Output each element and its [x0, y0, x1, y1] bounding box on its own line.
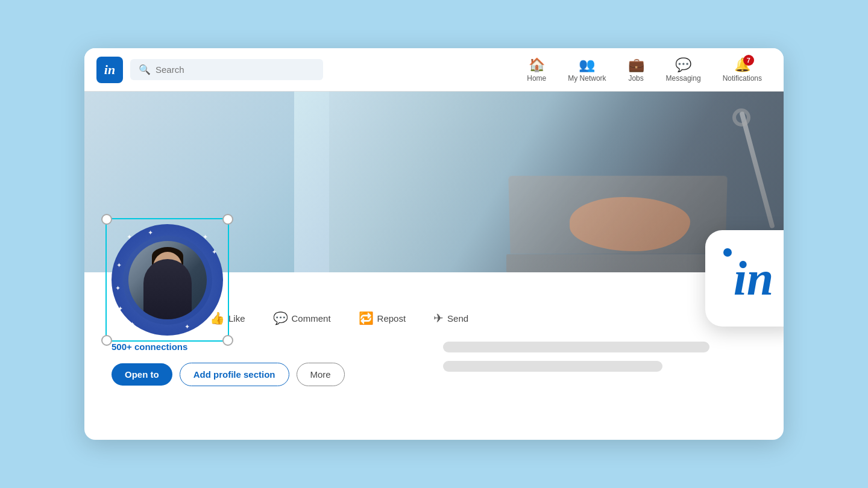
handle-bottom-left[interactable]	[101, 335, 112, 346]
linkedin-big-text: in	[734, 254, 774, 302]
nav-jobs-label: Jobs	[628, 74, 643, 83]
comment-icon: 💬	[273, 311, 288, 325]
profile-avatar-container[interactable]: ✦ ✦ ✦ ✦ ✦ ✦ ✦ ✦ ✦ ✦	[112, 224, 223, 336]
handle-top-right[interactable]	[222, 214, 233, 225]
search-icon: 🔍	[139, 64, 151, 75]
selection-box	[105, 218, 229, 342]
home-icon: 🏠	[529, 57, 545, 73]
send-label: Send	[447, 313, 468, 324]
linkedin-big-logo: in	[705, 230, 784, 327]
search-bar-container[interactable]: 🔍	[130, 59, 323, 80]
nav-notifications[interactable]: 🔔 7 Notifications	[713, 54, 772, 86]
connections-count: 500+ connections	[112, 342, 756, 352]
messaging-icon: 💬	[675, 57, 691, 73]
repost-icon: 🔁	[359, 311, 374, 325]
notifications-icon: 🔔 7	[734, 57, 750, 73]
like-label: Like	[228, 313, 245, 324]
repost-button[interactable]: 🔁 Repost	[354, 307, 411, 329]
search-input[interactable]	[156, 64, 315, 75]
comment-label: Comment	[292, 313, 331, 324]
repost-label: Repost	[377, 313, 406, 324]
nav-home[interactable]: 🏠 Home	[517, 54, 556, 86]
nav-my-network-label: My Network	[568, 74, 606, 83]
profile-area: ✦ ✦ ✦ ✦ ✦ ✦ ✦ ✦ ✦ ✦	[84, 92, 784, 440]
nav-jobs[interactable]: 💼 Jobs	[618, 54, 654, 86]
nav-my-network[interactable]: 👥 My Network	[558, 54, 615, 86]
send-icon: ✈	[433, 311, 444, 325]
navbar: in 🔍 🏠 Home 👥 My Network 💼 Jobs 💬 Messag…	[84, 48, 784, 92]
comment-button[interactable]: 💬 Comment	[268, 307, 336, 329]
add-profile-section-button[interactable]: Add profile section	[180, 363, 289, 386]
browser-card: in 🔍 🏠 Home 👥 My Network 💼 Jobs 💬 Messag…	[84, 48, 784, 440]
nav-notifications-label: Notifications	[723, 74, 762, 83]
send-button[interactable]: ✈ Send	[429, 307, 473, 329]
nav-messaging-label: Messaging	[666, 74, 701, 83]
handle-top-left[interactable]	[101, 214, 112, 225]
linkedin-logo[interactable]: in	[96, 57, 123, 83]
bottom-section: 500+ connections Open to Add profile sec…	[112, 342, 756, 386]
jobs-icon: 💼	[628, 57, 644, 73]
action-bar: 👍 Like 💬 Comment 🔁 Repost ✈ Send	[205, 307, 473, 329]
handle-bottom-right[interactable]	[222, 335, 233, 346]
open-to-button[interactable]: Open to	[112, 363, 172, 386]
my-network-icon: 👥	[579, 57, 595, 73]
linkedin-logo-dot	[723, 248, 732, 257]
nav-messaging[interactable]: 💬 Messaging	[656, 54, 711, 86]
notification-badge: 7	[743, 55, 754, 66]
more-button[interactable]: More	[297, 363, 345, 386]
profile-action-buttons: Open to Add profile section More	[112, 363, 756, 386]
nav-items: 🏠 Home 👥 My Network 💼 Jobs 💬 Messaging 🔔…	[517, 54, 772, 86]
nav-home-label: Home	[527, 74, 546, 83]
